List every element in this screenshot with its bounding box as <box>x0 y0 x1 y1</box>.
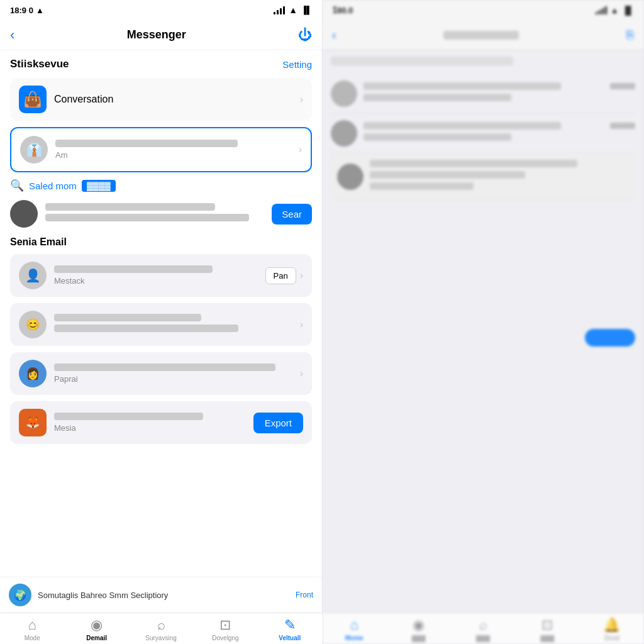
email-subtitle-4: Mesia <box>54 423 253 433</box>
contact-avatar: 👔 <box>20 136 48 164</box>
person-icon-3: 😊 <box>26 318 40 331</box>
right-avatar-1 <box>331 80 357 107</box>
email-name-2-blurred <box>54 314 201 321</box>
right-bubble-area <box>322 324 644 352</box>
tab-veltuall-label: Veltuall <box>279 635 301 641</box>
setting-link[interactable]: Setting <box>282 59 312 70</box>
right-tab-dood[interactable]: 🔔 Dood <box>580 617 644 641</box>
email-name-3-blurred <box>54 364 275 371</box>
email-item-3[interactable]: 👩 Paprai › <box>10 352 312 395</box>
bottom-info-row: 🌍 Somutaglis Bahreo Smm Secliptiory Fron… <box>0 577 322 613</box>
conversation-icon: 👜 <box>19 86 47 113</box>
chevron-right-icon-3: › <box>300 270 303 281</box>
content-area: Stiisksevue Setting 👜 Conversation › 👔 A… <box>0 50 322 577</box>
conversation-item[interactable]: 👜 Conversation › <box>10 78 312 121</box>
nav-title: Messenger <box>127 28 186 42</box>
tab-mode[interactable]: ⌂ Mode <box>0 617 64 641</box>
right-chat-text-1 <box>364 82 610 105</box>
section-header: Stiisksevue Setting <box>10 58 312 70</box>
right-tab-search-label: ▓▓▓ <box>476 635 490 641</box>
right-header-blurred <box>331 57 513 65</box>
person-icon: 👔 <box>26 142 42 157</box>
tab-mode-label: Mode <box>25 635 40 641</box>
export-button[interactable]: Export <box>253 413 303 433</box>
email-subtitle-1: Mestack <box>54 276 265 286</box>
right-name-2 <box>364 122 561 130</box>
chevron-right-icon-4: › <box>300 319 303 330</box>
right-name-3 <box>370 160 577 167</box>
email-item-1[interactable]: 👤 Mestack Pan › <box>10 254 312 297</box>
email-item-2[interactable]: 😊 › <box>10 303 312 346</box>
email-text-1: Mestack <box>54 265 265 286</box>
battery-icon: ▐▌ <box>301 6 312 14</box>
right-title-blurred <box>443 31 519 40</box>
bottom-info: Somutaglis Bahreo Smm Secliptiory <box>38 591 296 600</box>
tab-dovelgng[interactable]: ⊡ Dovelgng <box>193 617 257 641</box>
senia-email-label: Senia Email <box>10 236 312 248</box>
edit-icon: ✎ <box>284 617 296 633</box>
right-panel: 1̈80.0 ▲ ▐▌ ‹ ⎘ <box>322 0 644 644</box>
right-bell-icon: 🔔 <box>603 617 620 633</box>
right-tab-search[interactable]: ⌕ ▓▓▓ <box>451 617 515 641</box>
signal-bars <box>274 6 285 14</box>
avatar-icon: 🌍 <box>14 589 26 601</box>
search-row: 🔍 Saled mom ▓▓▓▓ <box>10 179 312 192</box>
right-ts-1 <box>610 83 635 89</box>
search-icon: 🔍 <box>10 179 24 192</box>
pan-button[interactable]: Pan <box>265 267 296 284</box>
right-msg-3b <box>370 182 474 190</box>
email-avatar-3: 👩 <box>19 360 47 387</box>
email-avatar-2: 😊 <box>19 311 47 338</box>
email-text-4: Mesia <box>54 413 253 433</box>
email-text-3: Paprai <box>54 364 300 384</box>
result-name-blurred <box>45 203 215 211</box>
right-home-icon: ⌂ <box>350 617 358 633</box>
power-icon[interactable]: ⏻ <box>298 27 312 43</box>
tab-suryavsing-label: Suryavsing <box>145 635 176 641</box>
time-left: 18:9 0 <box>10 6 33 15</box>
left-panel: 18:9 0 ▲ ▲ ▐▌ ‹ Messenger ⏻ Stiisksevue … <box>0 0 322 644</box>
grid-icon: ⊡ <box>219 617 231 633</box>
conversation-text: Conversation <box>54 94 300 105</box>
search-result-avatar <box>10 200 38 228</box>
right-battery-icon: ▐▌ <box>623 6 634 15</box>
right-signal <box>596 6 607 14</box>
selected-contact-item[interactable]: 👔 Am › <box>10 127 312 172</box>
search-result-row: Sear <box>10 200 312 228</box>
right-chat-text-2 <box>364 122 610 145</box>
email-item-4[interactable]: 🦊 Mesia Export <box>10 401 312 444</box>
email-text-2 <box>54 314 300 335</box>
email-name-1-blurred <box>54 265 213 273</box>
right-tab-home[interactable]: ⌂ Mome <box>322 617 386 641</box>
right-msg-3 <box>370 171 525 179</box>
right-status-bar: 1̈80.0 ▲ ▐▌ <box>322 0 644 20</box>
chevron-right-icon-5: › <box>300 368 303 379</box>
back-button[interactable]: ‹ <box>10 27 14 43</box>
location-icon: ▲ <box>36 6 44 15</box>
bottom-info-title: Somutaglis Bahreo Smm Secliptiory <box>38 591 296 600</box>
right-tab-grid[interactable]: ⊡ ▓▓▓ <box>515 617 579 641</box>
front-link[interactable]: Front <box>296 591 313 599</box>
section-title: Stiisksevue <box>10 58 69 70</box>
right-wifi-icon: ▲ <box>611 6 619 15</box>
right-grid-icon: ⊡ <box>541 617 553 633</box>
right-chat-text-3 <box>370 160 629 194</box>
tab-veltuall[interactable]: ✎ Veltuall <box>258 617 322 641</box>
right-tab-home-label: Mome <box>345 635 364 641</box>
email-detail-2-blurred <box>54 325 238 332</box>
email-avatar-1: 👤 <box>19 262 47 289</box>
right-tab-bar: ⌂ Mome ◉ ▓▓▓ ⌕ ▓▓▓ ⊡ ▓▓▓ 🔔 Dood <box>322 613 644 644</box>
right-nav: ‹ ⎘ <box>322 20 644 50</box>
email-avatar-4: 🦊 <box>19 409 47 436</box>
sear-button[interactable]: Sear <box>272 204 312 225</box>
circle-icon: ◉ <box>91 617 103 633</box>
email-name-4-blurred <box>54 413 203 420</box>
tab-dovelgng-label: Dovelgng <box>212 635 238 641</box>
tab-demail[interactable]: ◉ Demail <box>64 617 128 641</box>
right-back-icon: ‹ <box>332 28 336 42</box>
tab-suryavsing[interactable]: ⌕ Suryavsing <box>129 617 193 641</box>
right-avatar-2 <box>331 120 357 147</box>
message-bubble <box>585 329 635 347</box>
right-tab-2[interactable]: ◉ ▓▓▓ <box>386 617 450 641</box>
person-icon-4: 👩 <box>26 367 40 380</box>
